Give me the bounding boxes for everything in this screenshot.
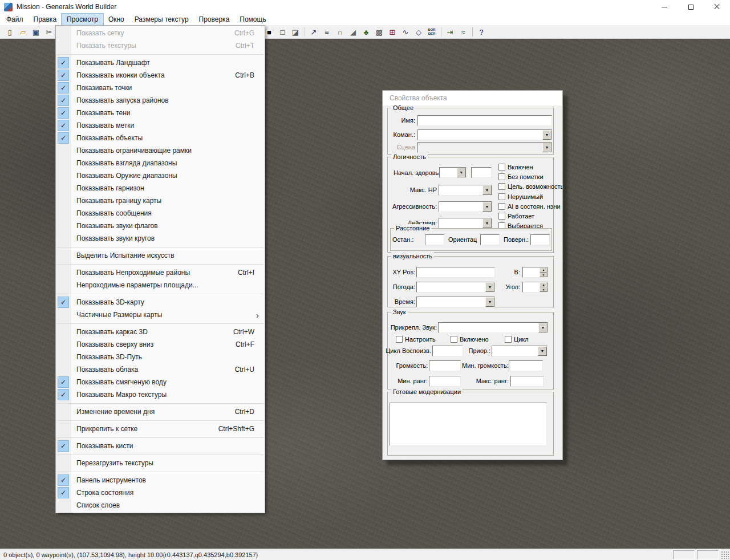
- min-volume-input[interactable]: [509, 360, 543, 371]
- menu-item[interactable]: Показывать звуки кругов: [56, 232, 265, 245]
- indestructible-checkbox[interactable]: Нерушимый: [498, 193, 543, 200]
- texture-checker-icon[interactable]: ▩: [373, 26, 386, 38]
- stop-input[interactable]: [425, 234, 444, 245]
- targetable-checkbox[interactable]: Цель. возможность: [498, 183, 562, 190]
- new-document-icon[interactable]: ▯: [3, 26, 16, 38]
- menu-item[interactable]: ✓Показывать метки: [56, 119, 265, 132]
- menu-item[interactable]: Показывать гарнизон: [56, 182, 265, 194]
- initial-health-combobox[interactable]: ▼: [439, 167, 467, 178]
- menu-item[interactable]: ✓Показывать Ландшафт: [56, 56, 265, 69]
- menu-item[interactable]: ✓Показывать 3D-карту: [56, 296, 265, 309]
- menu-item[interactable]: Список слоев: [56, 499, 265, 512]
- orient-input[interactable]: [480, 234, 500, 245]
- xy-pos-input[interactable]: [416, 267, 495, 278]
- menu-item[interactable]: Показывать сообщения: [56, 207, 265, 220]
- menu-item[interactable]: Непроходимые параметры площади...: [56, 279, 265, 291]
- dropdown-arrow-icon[interactable]: ▼: [485, 282, 494, 292]
- angle-spinner[interactable]: ▲▼: [522, 282, 548, 293]
- close-button[interactable]: [704, 0, 730, 14]
- menu-item[interactable]: Показывать Оружие диапазоны: [56, 169, 265, 182]
- menubar-item-2[interactable]: Просмотр: [62, 14, 103, 25]
- team-combobox[interactable]: ▼: [417, 129, 552, 140]
- water-texture-icon[interactable]: ≈: [457, 26, 469, 38]
- help-icon[interactable]: ?: [475, 26, 488, 38]
- menu-item[interactable]: ✓Показывать иконки объектаCtrl+B: [56, 69, 265, 82]
- border-tool-icon[interactable]: BOR DER: [425, 26, 438, 38]
- dropdown-arrow-icon[interactable]: ▼: [538, 346, 547, 356]
- maximize-button[interactable]: [678, 0, 704, 14]
- menu-item[interactable]: ✓Панель инструментов: [56, 474, 265, 486]
- sound-enabled-checkbox[interactable]: Включено: [451, 336, 489, 343]
- menu-item[interactable]: ✓Показывать смягченую воду: [56, 376, 265, 388]
- menubar-item-0[interactable]: Файл: [1, 14, 29, 25]
- menu-item[interactable]: Показывать каркас 3DCtrl+W: [56, 326, 265, 338]
- menu-item[interactable]: Изменение времени дняCtrl+D: [56, 405, 265, 418]
- white-square-icon[interactable]: □: [276, 26, 289, 38]
- waypoint-path-icon[interactable]: ∿: [399, 26, 412, 38]
- enabled-checkbox[interactable]: Включен: [498, 164, 533, 171]
- polygon-tool-icon[interactable]: ◇: [412, 26, 425, 38]
- menu-item[interactable]: Показывать 3D-Путь: [56, 351, 265, 363]
- max-hp-combobox[interactable]: ▼: [439, 185, 492, 196]
- unmarked-checkbox[interactable]: Без пометки: [498, 173, 544, 180]
- cut-icon[interactable]: ✂: [43, 26, 55, 38]
- ai-state-checkbox[interactable]: AI в состоян. нэни: [498, 203, 561, 210]
- menu-item[interactable]: ✓Строка состояния: [56, 486, 265, 499]
- spin-up-icon[interactable]: ▲: [540, 267, 548, 273]
- min-range-input[interactable]: [429, 376, 461, 387]
- dropdown-arrow-icon[interactable]: ▼: [482, 202, 492, 212]
- spin-down-icon[interactable]: ▼: [540, 287, 548, 293]
- name-input[interactable]: [417, 115, 552, 126]
- tree-icon[interactable]: ♣: [360, 26, 372, 38]
- dropdown-arrow-icon[interactable]: ▼: [485, 297, 494, 307]
- customize-checkbox[interactable]: Настроить: [396, 336, 436, 343]
- dropdown-arrow-icon[interactable]: ▼: [538, 323, 548, 332]
- menu-item[interactable]: Показывать звуки флагов: [56, 220, 265, 232]
- menubar-item-1[interactable]: Правка: [29, 14, 62, 25]
- menu-item[interactable]: ✓Показывать объекты: [56, 132, 265, 144]
- actions-combobox[interactable]: ▼: [439, 218, 492, 229]
- menu-item[interactable]: Показывать облакаCtrl+U: [56, 363, 265, 376]
- dropdown-arrow-icon[interactable]: ▼: [542, 143, 551, 152]
- mound-icon[interactable]: ∩: [334, 26, 346, 38]
- menu-item[interactable]: ✓Показивать точки: [56, 82, 265, 94]
- menu-item[interactable]: Показать текстурыCtrl+T: [56, 39, 265, 52]
- upgrades-listbox[interactable]: [390, 403, 547, 446]
- menu-item[interactable]: ✓Показывать кисти: [56, 440, 265, 452]
- open-folder-icon[interactable]: ▱: [17, 26, 29, 38]
- level-ruler-icon[interactable]: ≡: [321, 26, 333, 38]
- dropdown-arrow-icon[interactable]: ▼: [457, 168, 466, 177]
- z-spinner[interactable]: ▲▼: [522, 267, 548, 278]
- menubar-item-6[interactable]: Помощь: [234, 14, 271, 25]
- dialog-title-bar[interactable]: Свойства объекта: [383, 91, 562, 105]
- menu-item[interactable]: Показывать Непроходимые районыCtrl+I: [56, 266, 265, 279]
- grid-icon[interactable]: ⊞: [386, 26, 399, 38]
- resize-grip[interactable]: [721, 551, 729, 559]
- menu-item[interactable]: Выделить Испытание искусств: [56, 249, 265, 262]
- volume-input[interactable]: [429, 360, 461, 371]
- elevation-graph-icon[interactable]: ↗: [307, 26, 320, 38]
- aggressiveness-combobox[interactable]: ▼: [439, 201, 492, 212]
- menubar-item-4[interactable]: Размеры текстур: [129, 14, 194, 25]
- menu-item[interactable]: Показывать границу карты: [56, 194, 265, 207]
- spin-down-icon[interactable]: ▼: [540, 273, 548, 278]
- menu-item[interactable]: Показывать сверху внизCtrl+F: [56, 338, 265, 351]
- turn-input[interactable]: [530, 234, 550, 245]
- loop-checkbox[interactable]: Цикл: [505, 336, 529, 343]
- powered-checkbox[interactable]: Работает: [498, 213, 534, 220]
- attached-sound-combobox[interactable]: ▼: [438, 322, 548, 333]
- minimize-button[interactable]: [651, 0, 678, 14]
- priority-combobox[interactable]: ▼: [492, 346, 548, 356]
- menu-item[interactable]: Показать сеткуCtrl+G: [56, 27, 265, 39]
- save-icon[interactable]: ▣: [30, 26, 42, 38]
- dropdown-arrow-icon[interactable]: ▼: [482, 185, 492, 195]
- time-combobox[interactable]: ▼: [416, 297, 495, 307]
- menu-item[interactable]: ✓Показывать запуска районов: [56, 94, 265, 107]
- merge-arrows-icon[interactable]: ⇥: [444, 26, 456, 38]
- gradient-tile-icon[interactable]: ◪: [289, 26, 302, 38]
- initial-health-input[interactable]: [471, 167, 492, 178]
- dropdown-arrow-icon[interactable]: ▼: [542, 130, 551, 140]
- menubar-item-5[interactable]: Проверка: [194, 14, 235, 25]
- ramp-icon[interactable]: ◢: [347, 26, 359, 38]
- menu-item[interactable]: ✓Показывать Макро текстуры: [56, 388, 265, 401]
